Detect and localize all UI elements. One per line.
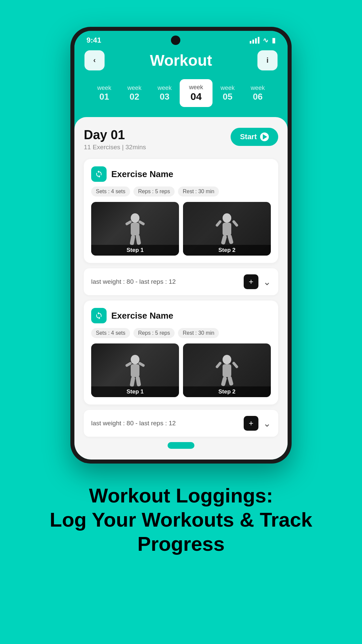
svg-rect-13 <box>131 364 139 377</box>
tag-sets-1: Sets : 4 sets <box>91 186 130 197</box>
marketing-text: Workout Loggings: Log Your Workouts & Tr… <box>50 484 312 556</box>
tag-sets-2: Sets : 4 sets <box>91 328 130 338</box>
week-item-1[interactable]: week 01 <box>89 81 119 105</box>
svg-rect-5 <box>135 234 141 245</box>
exercise-card-1: Exercise Name Sets : 4 sets Reps : 5 rep… <box>84 159 278 263</box>
marketing-section: Workout Loggings: Log Your Workouts & Tr… <box>29 464 332 583</box>
svg-rect-23 <box>227 376 234 386</box>
exercise-header-1: Exercise Name <box>91 166 271 182</box>
exercise-refresh-icon-1 <box>91 166 107 182</box>
weight-row-2: last weight : 80 - last reps : 12 + ⌄ <box>84 410 278 437</box>
exercise-name-1: Exercise Name <box>111 169 173 179</box>
page-title: Workout <box>150 51 212 69</box>
day-title: Day 01 <box>84 128 146 142</box>
add-button-2[interactable]: + <box>244 416 258 431</box>
tag-rest-1: Rest : 30 min <box>178 186 219 197</box>
weight-row-1: last weight : 80 - last reps : 12 + ⌄ <box>84 268 278 295</box>
status-icons: ∿ ▮ <box>250 36 276 44</box>
app-header: ‹ Workout i <box>74 47 288 76</box>
content-area: Day 01 11 Exercises | 32mins Start <box>74 117 288 460</box>
svg-point-18 <box>223 355 231 364</box>
exercise-tags-1: Sets : 4 sets Reps : 5 reps Rest : 30 mi… <box>91 186 271 197</box>
svg-rect-11 <box>227 234 234 244</box>
svg-rect-17 <box>135 376 141 387</box>
wifi-icon: ∿ <box>263 36 268 44</box>
phone-screen: 9:41 ∿ ▮ ‹ Workout i <box>74 31 288 460</box>
svg-point-12 <box>131 355 139 364</box>
battery-icon: ▮ <box>272 36 276 44</box>
day-header: Day 01 11 Exercises | 32mins Start <box>84 128 278 151</box>
exercise-card-2: Exercise Name Sets : 4 sets Reps : 5 rep… <box>84 301 278 405</box>
exercise-header-2: Exercise Name <box>91 308 271 323</box>
chevron-down-icon-1[interactable]: ⌄ <box>263 276 271 287</box>
step-label-2-1: Step 1 <box>91 386 179 397</box>
step-label-1-1: Step 1 <box>91 245 179 256</box>
add-button-1[interactable]: + <box>244 274 258 289</box>
chevron-down-icon-2[interactable]: ⌄ <box>263 418 271 429</box>
week-selector: week 01 week 02 week 03 week 04 week 05 … <box>74 76 288 117</box>
svg-rect-20 <box>215 361 222 369</box>
tag-reps-1: Reps : 5 reps <box>133 186 175 197</box>
svg-rect-19 <box>223 364 231 377</box>
camera-notch <box>171 36 180 45</box>
step-label-2-2: Step 2 <box>183 386 271 397</box>
phone-shell: 9:41 ∿ ▮ ‹ Workout i <box>70 27 292 464</box>
back-button[interactable]: ‹ <box>84 50 105 70</box>
play-icon <box>260 132 269 141</box>
weight-actions-1: + ⌄ <box>244 274 271 289</box>
signal-icon <box>250 37 259 44</box>
weight-text-1: last weight : 80 - last reps : 12 <box>91 278 176 285</box>
step-image-2-1[interactable]: Step 1 <box>91 343 179 397</box>
card-peek <box>168 442 194 449</box>
exercise-tags-2: Sets : 4 sets Reps : 5 reps Rest : 30 mi… <box>91 328 271 338</box>
step-label-1-2: Step 2 <box>183 245 271 256</box>
exercise-name-2: Exercise Name <box>111 311 173 321</box>
svg-rect-10 <box>221 235 227 245</box>
week-item-5[interactable]: week 05 <box>213 81 243 105</box>
svg-rect-1 <box>131 223 139 235</box>
tag-reps-2: Reps : 5 reps <box>133 328 175 338</box>
svg-rect-21 <box>232 361 239 369</box>
week-item-3[interactable]: week 03 <box>149 81 180 105</box>
step-image-2-2[interactable]: Step 2 <box>183 343 271 397</box>
exercise-images-2: Step 1 S <box>91 343 271 397</box>
svg-rect-8 <box>215 220 222 227</box>
svg-rect-7 <box>223 223 231 235</box>
info-button[interactable]: i <box>257 50 278 70</box>
week-item-4[interactable]: week 04 <box>180 79 213 107</box>
svg-rect-22 <box>221 376 227 386</box>
weight-actions-2: + ⌄ <box>244 416 271 431</box>
tag-rest-2: Rest : 30 min <box>178 328 219 338</box>
status-bar: 9:41 ∿ ▮ <box>74 31 288 47</box>
week-item-2[interactable]: week 02 <box>119 81 149 105</box>
svg-rect-9 <box>232 220 239 227</box>
step-image-1-1[interactable]: Step 1 <box>91 202 179 256</box>
day-subtitle: 11 Exercises | 32mins <box>84 144 146 151</box>
week-item-6[interactable]: week 06 <box>243 81 273 105</box>
status-time: 9:41 <box>86 36 101 45</box>
exercise-images-1: Step 1 S <box>91 202 271 256</box>
step-image-1-2[interactable]: Step 2 <box>183 202 271 256</box>
svg-point-0 <box>131 213 139 223</box>
start-button[interactable]: Start <box>231 128 278 146</box>
svg-point-6 <box>223 213 231 223</box>
svg-rect-4 <box>130 235 135 246</box>
svg-rect-16 <box>130 376 135 387</box>
exercise-refresh-icon-2 <box>91 308 107 323</box>
weight-text-2: last weight : 80 - last reps : 12 <box>91 420 176 427</box>
